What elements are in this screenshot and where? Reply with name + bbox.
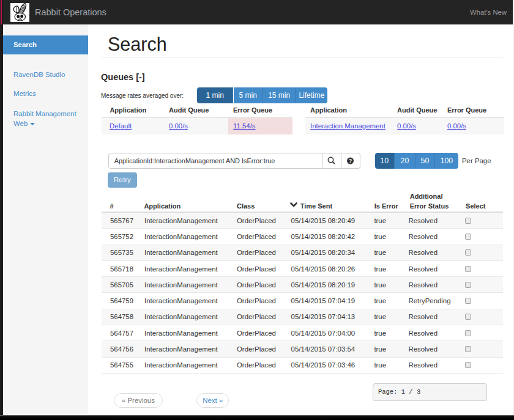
svg-text:?: ? — [349, 158, 352, 164]
